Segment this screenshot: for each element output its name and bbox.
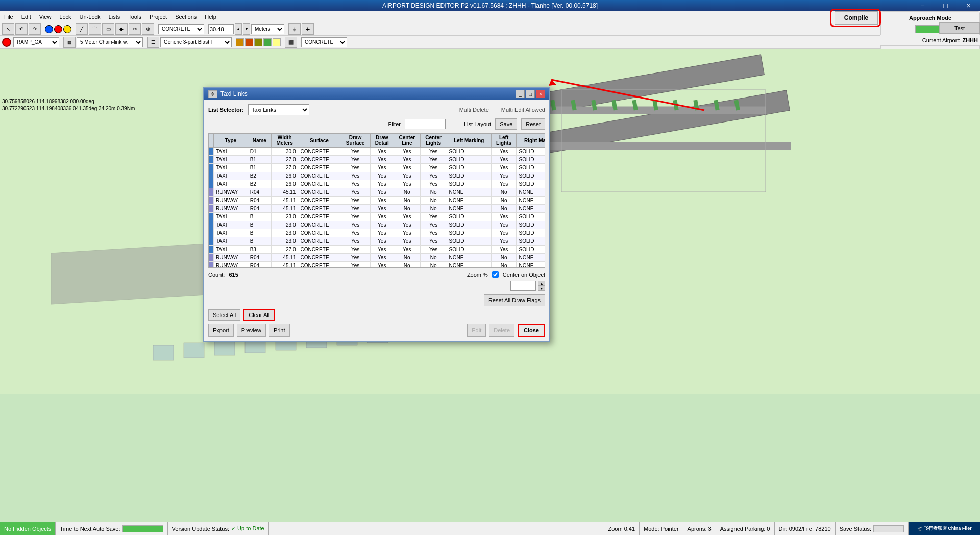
col-pick2[interactable] <box>245 38 253 46</box>
table-row[interactable]: TAXI B2 26.0 CONCRETE Yes Yes Yes Yes SO… <box>209 180 546 188</box>
close-button-dialog[interactable]: Close <box>518 324 545 337</box>
col-pick4[interactable] <box>263 38 272 46</box>
preview-button[interactable]: Preview <box>237 324 266 337</box>
menu-tools[interactable]: Tools <box>124 13 145 21</box>
zoom-up[interactable]: ▲ <box>538 281 545 286</box>
table-row[interactable]: RUNWAY R04 45.11 CONCRETE Yes Yes No No … <box>209 262 546 269</box>
logo: 🛫 飞行者联盟 China Flier <box>909 522 980 536</box>
color3[interactable] <box>63 25 71 33</box>
taxi-table-body: TAXI D1 30.0 CONCRETE Yes Yes Yes Yes SO… <box>209 148 546 269</box>
close-button[interactable]: × <box>957 0 980 11</box>
table-row[interactable]: TAXI B1 27.0 CONCRETE Yes Yes Yes Yes SO… <box>209 164 546 172</box>
export-button[interactable]: Export <box>208 324 234 337</box>
list-selector-row: List Selector: Taxi Links Taxi Nodes Run… <box>208 104 545 115</box>
table-row[interactable]: RUNWAY R04 45.11 CONCRETE Yes Yes No No … <box>209 254 546 262</box>
table-row[interactable]: TAXI B 23.0 CONCRETE Yes Yes Yes Yes SOL… <box>209 213 546 221</box>
center-on-object-label: Center on Object <box>503 272 545 278</box>
table-row[interactable]: RUNWAY R04 45.11 CONCRETE Yes Yes No No … <box>209 188 546 197</box>
elev-btn[interactable]: ⏚ <box>288 23 301 35</box>
save-status: Save Status: <box>836 522 909 536</box>
zoom-input[interactable]: 200 <box>510 281 536 291</box>
coord-line1: 30.759858026 114.18998382 000.00deg <box>2 98 135 105</box>
draw-line[interactable]: ╱ <box>76 23 88 35</box>
menu-file[interactable]: File <box>0 13 17 21</box>
table-row[interactable]: TAXI B 23.0 CONCRETE Yes Yes Yes Yes SOL… <box>209 237 546 246</box>
dialog-minimize[interactable]: _ <box>516 90 525 98</box>
compile-button[interactable]: Compile <box>835 11 878 25</box>
table-row[interactable]: TAXI B1 27.0 CONCRETE Yes Yes Yes Yes SO… <box>209 156 546 164</box>
maximize-button[interactable]: □ <box>934 0 957 11</box>
delete-button[interactable]: Delete <box>489 324 514 337</box>
dialog-close-x[interactable]: × <box>536 90 545 98</box>
minimize-button[interactable]: − <box>911 0 934 11</box>
surface-select[interactable]: CONCRETE ASPHALT GRASS <box>158 24 204 34</box>
filter-input[interactable] <box>405 119 446 129</box>
edit-button[interactable]: Edit <box>467 324 486 337</box>
clear-all-button[interactable]: Clear All <box>243 309 275 321</box>
filter-label: Filter <box>388 121 401 127</box>
width-input[interactable] <box>208 24 234 34</box>
col-pick3[interactable] <box>254 38 262 46</box>
menu-unlock[interactable]: Un-Lock <box>76 13 105 21</box>
reset-flags-row: Reset All Draw Flags <box>208 294 545 306</box>
no-hidden-badge: No Hidden Objects <box>0 522 56 536</box>
titlebar-title: AIRPORT DESIGN EDITOR P2 v01.67.5684 : Z… <box>382 2 598 9</box>
col-pick5[interactable] <box>273 38 281 46</box>
menu-sections[interactable]: Sections <box>171 13 201 21</box>
draw-curve[interactable]: ⌒ <box>89 23 101 35</box>
col-width: WidthMeters <box>271 134 298 148</box>
print-button[interactable]: Print <box>269 324 290 337</box>
zoom-down[interactable]: ▼ <box>538 286 545 291</box>
add-btn[interactable]: + <box>302 23 314 35</box>
draw-join[interactable]: ⊕ <box>142 23 154 35</box>
draw-split[interactable]: ✂ <box>129 23 141 35</box>
width-up[interactable]: ▲ <box>235 23 242 35</box>
taxi-table-container[interactable]: Type Name WidthMeters Surface DrawSurfac… <box>208 133 545 268</box>
menu-edit[interactable]: Edit <box>17 13 35 21</box>
blast-select[interactable]: Generic 3-part Blast l <box>160 37 232 47</box>
undo-tool[interactable]: ↶ <box>15 23 28 35</box>
list-selector-dropdown[interactable]: Taxi Links Taxi Nodes Runways <box>248 104 309 115</box>
dialog-maximize[interactable]: □ <box>526 90 535 98</box>
menu-view[interactable]: View <box>35 13 56 21</box>
svg-rect-18 <box>214 340 235 355</box>
table-row[interactable]: RUNWAY R04 45.11 CONCRETE Yes Yes No No … <box>209 197 546 205</box>
test-button[interactable]: Test <box>939 22 980 34</box>
table-row[interactable]: RUNWAY R04 45.11 CONCRETE Yes Yes No No … <box>209 205 546 213</box>
surface-tool2[interactable]: ⬛ <box>285 37 297 48</box>
parking-status: Assigned Parking: 0 <box>716 522 775 536</box>
unit-select[interactable]: Meters Feet <box>251 24 284 34</box>
menu-lists[interactable]: Lists <box>105 13 125 21</box>
width-down[interactable]: ▼ <box>243 23 250 35</box>
reset-draw-flags-button[interactable]: Reset All Draw Flags <box>484 294 545 306</box>
col-draw-detail: DrawDetail <box>370 134 394 148</box>
col-right-marking: Right Marking <box>517 134 545 148</box>
table-row[interactable]: TAXI B 23.0 CONCRETE Yes Yes Yes Yes SOL… <box>209 229 546 237</box>
surface2-select[interactable]: CONCRETE <box>301 37 347 47</box>
pointer-tool[interactable]: ↖ <box>2 23 14 35</box>
table-row[interactable]: TAXI B 23.0 CONCRETE Yes Yes Yes Yes SOL… <box>209 221 546 229</box>
center-on-object-checkbox[interactable] <box>492 271 499 278</box>
redo-tool[interactable]: ↷ <box>29 23 41 35</box>
chain-select[interactable]: 5 Meter Chain-link w. <box>77 37 143 47</box>
coord-line2: 30.772290523 114.198408336 041.35deg 34.… <box>2 105 135 112</box>
select-all-button[interactable]: Select All <box>208 309 240 321</box>
taxi-dialog-titlebar: ✈ Taxi Links _ □ × <box>204 88 549 100</box>
col-pick1[interactable] <box>236 38 244 46</box>
zoom-label: Zoom % <box>467 272 488 278</box>
col-name: Name <box>248 134 271 148</box>
layout-reset-button[interactable]: Reset <box>521 118 545 130</box>
layout-save-button[interactable]: Save <box>495 118 517 130</box>
color1[interactable] <box>45 25 53 33</box>
grid-btn[interactable]: ▦ <box>63 37 76 48</box>
draw-node[interactable]: ◆ <box>115 23 128 35</box>
draw-closed[interactable]: ▭ <box>102 23 114 35</box>
table-row[interactable]: TAXI B3 27.0 CONCRETE Yes Yes Yes Yes SO… <box>209 246 546 254</box>
menu-help[interactable]: Help <box>201 13 220 21</box>
color2[interactable] <box>54 25 62 33</box>
table-row[interactable]: TAXI B2 26.0 CONCRETE Yes Yes Yes Yes SO… <box>209 172 546 180</box>
table-row[interactable]: TAXI D1 30.0 CONCRETE Yes Yes Yes Yes SO… <box>209 148 546 156</box>
menu-lock[interactable]: Lock <box>55 13 75 21</box>
ramp-select[interactable]: RAMP_GA <box>13 37 59 47</box>
menu-project[interactable]: Project <box>145 13 171 21</box>
